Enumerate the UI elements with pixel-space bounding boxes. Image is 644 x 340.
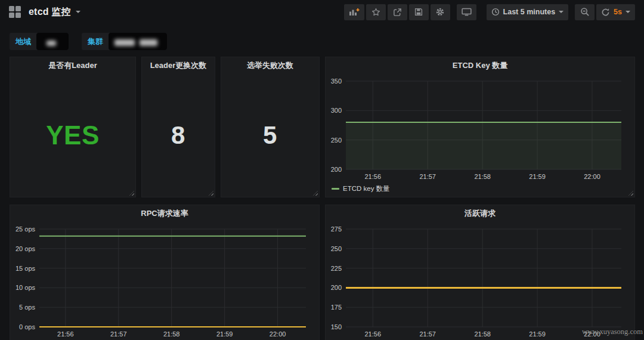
y-axis-tick-label: 250 — [331, 245, 342, 252]
variable-cluster[interactable]: 集群 — [82, 33, 167, 50]
y-axis-tick-label: 10 ops — [16, 284, 36, 291]
grid-square — [9, 13, 14, 18]
add-panel-icon — [349, 8, 360, 16]
panel-election-failures: 选举失败次数 5 — [221, 57, 320, 197]
series-fill — [346, 122, 621, 169]
panel-etcd-key-count: ETCD Key 数量 35030025020021:5621:5721:582… — [325, 57, 635, 197]
x-axis-tick-label: 21:59 — [529, 173, 546, 180]
x-axis-tick-label: 21:57 — [419, 173, 436, 180]
panel-title[interactable]: 是否有Leader — [10, 57, 135, 73]
y-axis-tick-label: 200 — [331, 284, 342, 291]
panel-active-requests: 活跃请求 27525022520017515021:5621:5721:5821… — [325, 205, 635, 340]
zoom-out-icon — [580, 7, 590, 17]
stat-body: YES — [10, 73, 135, 197]
y-axis-tick-label: 250 — [331, 137, 342, 144]
variable-region-label: 地域 — [10, 36, 36, 47]
etcd-key-chart[interactable]: 35030025020021:5621:5721:5821:5922:00 — [326, 73, 634, 198]
redaction-blob — [140, 39, 157, 46]
panel-title[interactable]: 选举失败次数 — [221, 57, 319, 73]
template-variables-row: 地域 集群 — [10, 33, 167, 50]
chart-canvas[interactable]: 25 ops20 ops15 ops10 ops5 ops0 ops21:562… — [10, 221, 319, 340]
redaction-blob — [47, 41, 56, 46]
y-axis-tick-label: 15 ops — [16, 265, 36, 272]
chevron-down-icon — [626, 11, 630, 13]
x-axis-tick-label: 21:59 — [216, 330, 233, 338]
grafana-menu-icon[interactable] — [9, 6, 21, 18]
panel-title[interactable]: Leader更换次数 — [142, 57, 215, 73]
settings-button[interactable] — [431, 4, 450, 20]
star-button[interactable] — [366, 4, 386, 20]
x-axis-tick-label: 21:58 — [474, 173, 491, 180]
stat-body: 5 — [221, 73, 319, 197]
x-axis-tick-label: 21:56 — [365, 330, 382, 338]
variable-cluster-value-redacted[interactable] — [109, 33, 167, 50]
redaction-blob — [114, 39, 135, 46]
y-axis-tick-label: 0 ops — [19, 323, 35, 330]
grid-square — [16, 13, 21, 18]
refresh-interval-label: 5s — [614, 8, 622, 16]
legend-series-label[interactable]: ETCD key 数量 — [343, 184, 390, 193]
panel-title[interactable]: RPC请求速率 — [10, 205, 319, 221]
y-axis-tick-label: 25 ops — [16, 225, 36, 233]
x-axis-tick-label: 21:56 — [57, 330, 74, 338]
chevron-down-icon — [76, 11, 80, 13]
y-axis-tick-label: 275 — [331, 225, 342, 233]
y-axis-tick-label: 5 ops — [19, 304, 35, 311]
legend-series-dash — [332, 188, 339, 190]
grid-square — [9, 6, 14, 11]
rpc-rate-chart[interactable]: 25 ops20 ops15 ops10 ops5 ops0 ops21:562… — [10, 221, 319, 340]
x-axis-tick-label: 21:59 — [529, 330, 546, 338]
x-axis-tick-label: 21:58 — [163, 330, 180, 338]
x-axis-tick-label: 21:57 — [110, 330, 127, 338]
y-axis-tick-label: 175 — [331, 304, 342, 311]
add-panel-button[interactable] — [344, 4, 364, 20]
save-icon — [414, 8, 423, 16]
x-axis-tick-label: 22:00 — [270, 330, 286, 338]
variable-region-value-redacted[interactable] — [36, 33, 69, 50]
chart-canvas[interactable]: 35030025020021:5621:5721:5821:5922:00 — [326, 73, 634, 198]
zoom-out-button[interactable] — [575, 4, 595, 20]
panel-title[interactable]: ETCD Key 数量 — [326, 57, 634, 73]
panel-rpc-rate: RPC请求速率 25 ops20 ops15 ops10 ops5 ops0 o… — [10, 205, 320, 340]
refresh-button-group[interactable]: 5s — [596, 4, 635, 20]
chevron-down-icon — [559, 11, 564, 13]
panel-leader-changes: Leader更换次数 8 — [141, 57, 215, 197]
navbar-actions: Last 5 minutes 5s — [344, 4, 635, 20]
time-picker-button[interactable]: Last 5 minutes — [487, 4, 569, 20]
stat-body: 8 — [142, 73, 215, 197]
share-button[interactable] — [388, 4, 407, 20]
active-requests-chart[interactable]: 27525022520017515021:5621:5721:5821:5922… — [326, 221, 634, 340]
y-axis-tick-label: 150 — [331, 323, 342, 330]
x-axis-tick-label: 21:57 — [419, 330, 436, 338]
panel-title[interactable]: 活跃请求 — [326, 205, 634, 221]
x-axis-tick-label: 21:58 — [474, 330, 491, 338]
variable-region[interactable]: 地域 — [10, 33, 69, 50]
stat-value: YES — [46, 120, 100, 150]
save-button[interactable] — [409, 4, 429, 20]
top-navbar: etcd 监控 — [0, 0, 644, 24]
watermark-text: www.xuyasong.com — [582, 327, 643, 336]
x-axis-tick-label: 22:00 — [584, 173, 600, 180]
tv-monitor-icon — [462, 8, 472, 16]
grafana-dashboard: etcd 监控 — [0, 0, 644, 340]
cycle-view-button[interactable] — [457, 4, 476, 20]
dashboard-title: etcd 监控 — [29, 6, 71, 18]
dashboard-title-dropdown[interactable]: etcd 监控 — [29, 6, 80, 18]
y-axis-tick-label: 225 — [331, 265, 342, 272]
gear-icon — [435, 7, 445, 17]
y-axis-tick-label: 20 ops — [16, 245, 36, 252]
chart-legend: ETCD key 数量 — [332, 184, 390, 193]
stat-value: 5 — [263, 121, 277, 150]
refresh-icon — [601, 8, 610, 17]
chart-canvas[interactable]: 27525022520017515021:5621:5721:5821:5922… — [326, 221, 634, 340]
panel-has-leader: 是否有Leader YES — [10, 57, 136, 197]
stat-value: 8 — [171, 121, 185, 150]
clock-icon — [491, 8, 500, 16]
y-axis-tick-label: 350 — [331, 78, 342, 85]
star-icon — [371, 8, 380, 17]
variable-cluster-label: 集群 — [82, 36, 109, 47]
y-axis-tick-label: 200 — [331, 166, 342, 173]
share-icon — [393, 8, 402, 17]
grid-square — [16, 6, 21, 11]
x-axis-tick-label: 21:56 — [365, 173, 382, 180]
